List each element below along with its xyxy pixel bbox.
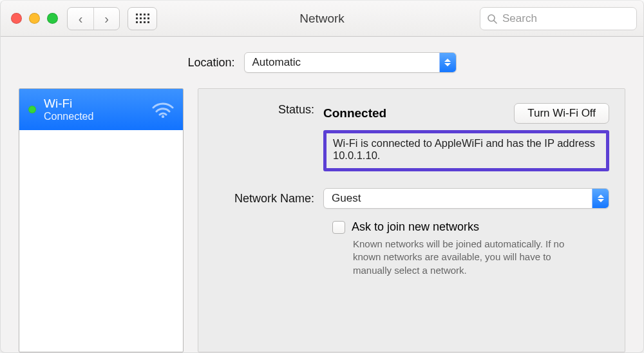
status-row: Status: Connected Turn Wi-Fi Off Wi-Fi i… [214,103,609,171]
chevron-right-icon: › [104,12,109,25]
zoom-window-button[interactable] [47,13,58,24]
network-name-label: Network Name: [214,192,323,205]
network-prefs-window: ‹ › Network Location: Automatic [0,0,644,353]
search-input[interactable] [501,12,630,26]
nav-forward-button[interactable]: › [93,8,119,30]
ask-to-join-checkbox[interactable] [332,221,345,234]
status-detail-text: Wi-Fi is connected to AppleWiFi and has … [333,137,595,161]
nav-back-button[interactable]: ‹ [68,8,93,30]
dropdown-arrows-icon [439,53,456,72]
sidebar-item-status: Connected [44,111,93,122]
minimize-window-button[interactable] [29,13,40,24]
ask-to-join-row: Ask to join new networks [332,220,609,234]
svg-line-1 [494,21,497,23]
ask-to-join-label: Ask to join new networks [352,220,479,234]
status-value: Connected [323,106,386,120]
network-name-dropdown[interactable]: Guest [323,188,609,209]
sidebar-item-wifi[interactable]: Wi-Fi Connected [19,89,183,130]
sidebar-item-texts: Wi-Fi Connected [44,97,93,122]
location-row: Location: Automatic [1,37,643,88]
close-window-button[interactable] [11,13,22,24]
location-value: Automatic [245,56,309,69]
grid-icon [136,14,149,23]
network-name-value: Guest [324,192,368,205]
show-all-prefs-button[interactable] [128,7,157,30]
sidebar-item-name: Wi-Fi [44,97,93,111]
ask-to-join-help: Known networks will be joined automatica… [353,238,583,277]
search-field[interactable] [480,7,637,30]
nav-back-forward: ‹ › [67,7,120,30]
status-dot-icon [28,106,36,113]
location-label: Location: [187,56,234,70]
wifi-icon [152,101,174,118]
svg-point-2 [162,115,164,118]
interface-sidebar: Wi-Fi Connected [19,88,184,352]
network-name-row: Network Name: Guest [214,188,609,209]
status-detail-highlight: Wi-Fi is connected to AppleWiFi and has … [323,130,609,171]
content-area: Wi-Fi Connected Status: Connected Turn W… [1,88,643,352]
location-dropdown[interactable]: Automatic [244,52,457,73]
dropdown-arrows-icon [592,189,609,208]
titlebar: ‹ › Network [1,1,643,37]
search-icon [487,14,497,24]
traffic-lights [11,13,58,24]
chevron-left-icon: ‹ [79,12,83,25]
status-label: Status: [214,103,323,117]
turn-wifi-off-button[interactable]: Turn Wi-Fi Off [514,103,609,124]
detail-panel: Status: Connected Turn Wi-Fi Off Wi-Fi i… [198,88,625,352]
